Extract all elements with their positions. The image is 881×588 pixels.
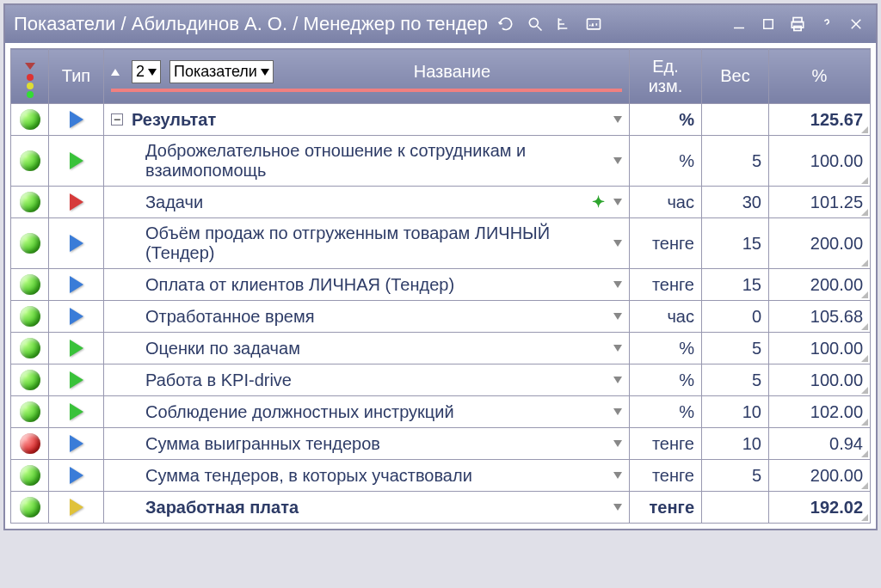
percent-cell[interactable]: 0.94 [769,428,871,460]
level-select[interactable]: 2 [132,60,161,83]
search-icon[interactable] [524,13,546,35]
unit-cell: тенге [630,460,702,492]
row-name-label: Сумма выигранных тендеров [145,434,605,454]
type-blue-icon [70,467,83,484]
table-row[interactable]: Заработная плататенге192.02 [11,492,871,524]
row-name-label: Оплата от клиентов ЛИЧНАЯ (Тендер) [145,275,605,295]
type-green-icon [70,340,83,357]
row-dropdown-icon[interactable] [613,504,622,511]
percent-cell[interactable]: 102.00 [769,396,871,428]
row-dropdown-icon[interactable] [613,472,622,479]
row-dropdown-icon[interactable] [613,157,622,164]
table-row[interactable]: Отработанное времячас0105.68 [11,301,871,333]
row-dropdown-icon[interactable] [613,345,622,352]
table-row[interactable]: Работа в KPI-drive%5100.00 [11,364,871,396]
header-status[interactable] [11,49,49,104]
status-green-icon [20,497,40,518]
status-cell [11,428,49,460]
row-name-label: Объём продаж по отгруженным товарам ЛИЧН… [145,224,605,263]
refresh-icon[interactable] [495,13,517,35]
status-cell [11,218,49,269]
close-icon[interactable] [845,13,867,35]
type-cell [49,333,104,364]
row-dropdown-icon[interactable] [613,116,622,123]
header-name[interactable]: 2 Показатели Название [104,49,630,104]
row-dropdown-icon[interactable] [613,408,622,415]
maximize-icon[interactable] [757,13,779,35]
csv-export-icon[interactable] [582,13,605,35]
table-row[interactable]: Соблюдение должностных инструкций%10102.… [11,396,871,428]
percent-cell[interactable]: 100.00 [769,333,871,364]
print-icon[interactable] [786,13,809,35]
status-green-icon [20,338,40,358]
table-row[interactable]: Оплата от клиентов ЛИЧНАЯ (Тендер)тенге1… [11,269,871,301]
weight-cell: 5 [702,136,769,187]
percent-cell[interactable]: 200.00 [769,460,871,492]
name-cell[interactable]: Соблюдение должностных инструкций [104,396,630,428]
weight-cell: 5 [702,460,769,492]
name-cell[interactable]: Сумма выигранных тендеров [104,428,630,460]
resize-corner-icon [861,323,868,330]
kpi-table: Тип 2 Показатели Назв [10,48,871,524]
percent-cell[interactable]: 200.00 [769,269,871,301]
type-blue-icon [70,235,83,252]
row-dropdown-icon[interactable] [613,281,622,288]
name-cell[interactable]: Заработная плата [104,492,630,524]
table-row[interactable]: Задачи✦час30101.25 [11,187,871,218]
name-cell[interactable]: Доброжелательное отношение к сотрудникам… [104,136,630,187]
percent-cell[interactable]: 192.02 [769,492,871,524]
header-percent[interactable]: % [769,49,871,104]
grid-container: Тип 2 Показатели Назв [5,43,876,529]
name-cell[interactable]: Отработанное время [104,301,630,333]
row-dropdown-icon[interactable] [613,313,622,320]
collapse-icon[interactable]: − [111,113,123,126]
name-cell[interactable]: Объём продаж по отгруженным товарам ЛИЧН… [104,218,630,269]
status-green-icon [20,370,40,390]
name-cell[interactable]: Работа в KPI-drive [104,364,630,396]
weight-cell: 10 [702,396,769,428]
table-row[interactable]: Оценки по задачам%5100.00 [11,333,871,364]
table-row[interactable]: −Результат%125.67 [11,104,871,136]
percent-cell[interactable]: 105.68 [769,301,871,333]
percent-value: 200.00 [810,466,863,485]
tree-icon[interactable] [553,13,576,35]
weight-cell: 5 [702,364,769,396]
resize-corner-icon [861,482,868,489]
row-dropdown-icon[interactable] [613,199,622,205]
header-type[interactable]: Тип [49,49,104,104]
window-title: Показатели / Абильдинов А. О. / Менеджер… [14,13,488,35]
percent-cell[interactable]: 200.00 [769,218,871,269]
name-cell[interactable]: Задачи✦ [104,187,630,218]
name-cell[interactable]: −Результат [104,104,630,136]
branch-select[interactable]: Показатели [169,60,274,83]
table-row[interactable]: Сумма тендеров, в которых участвовалитен… [11,460,871,492]
help-icon[interactable] [816,13,838,35]
percent-cell[interactable]: 125.67 [769,104,871,136]
row-name-label: Задачи [145,193,583,212]
row-dropdown-icon[interactable] [613,377,622,383]
resize-corner-icon [861,291,868,298]
add-icon[interactable]: ✦ [592,193,605,211]
table-row[interactable]: Объём продаж по отгруженным товарам ЛИЧН… [11,218,871,269]
percent-cell[interactable]: 100.00 [769,136,871,187]
row-dropdown-icon[interactable] [613,240,622,247]
name-cell[interactable]: Сумма тендеров, в которых участвовали [104,460,630,492]
header-unit[interactable]: Ед. изм. [630,49,702,104]
name-cell[interactable]: Оплата от клиентов ЛИЧНАЯ (Тендер) [104,269,630,301]
status-cell [11,492,49,524]
table-row[interactable]: Сумма выигранных тендеровтенге100.94 [11,428,871,460]
resize-corner-icon [861,260,868,266]
weight-cell [702,492,769,524]
name-cell[interactable]: Оценки по задачам [104,333,630,364]
status-cell [11,333,49,364]
status-cell [11,396,49,428]
type-cell [49,269,104,301]
percent-cell[interactable]: 100.00 [769,364,871,396]
row-dropdown-icon[interactable] [613,440,622,447]
minimize-icon[interactable] [728,13,750,35]
header-weight[interactable]: Вес [702,49,769,104]
sort-asc-icon [111,69,120,76]
table-row[interactable]: Доброжелательное отношение к сотрудникам… [11,136,871,187]
type-cell [49,136,104,187]
percent-cell[interactable]: 101.25 [769,187,871,218]
